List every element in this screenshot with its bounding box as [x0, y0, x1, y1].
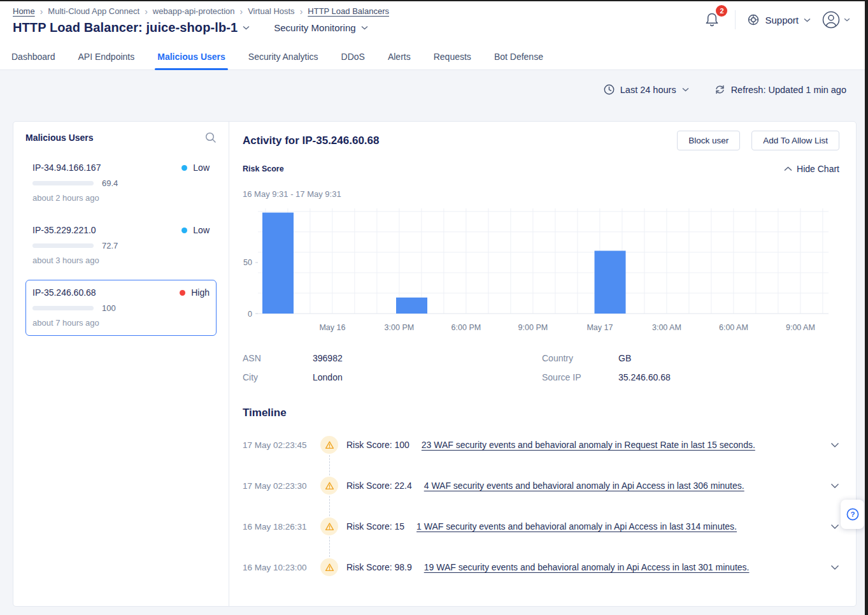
severity-label: High	[191, 287, 210, 298]
add-to-allow-list-button[interactable]: Add To Allow List	[751, 131, 839, 150]
window-top-edge	[0, 0, 868, 1]
timeline-event-link[interactable]: 4 WAF security events and behavioral ano…	[424, 481, 823, 491]
warning-icon	[325, 481, 334, 491]
clock-icon	[604, 84, 615, 95]
chevron-down-icon	[361, 25, 368, 30]
context-selector[interactable]: Security Monitoring	[274, 22, 367, 33]
refresh-button[interactable]: Refresh: Updated 1 min ago	[715, 84, 846, 95]
svg-text:6:00 AM: 6:00 AM	[719, 323, 748, 332]
toolbar: Last 24 hours Refresh: Updated 1 min ago	[0, 70, 868, 108]
notifications-button[interactable]: 2	[701, 9, 723, 31]
timeline-entry: 16 May 18:26:31Risk Score: 151 WAF secur…	[243, 506, 839, 547]
severity-dot	[181, 165, 187, 171]
chart-time-span: 16 May 9:31 - 17 May 9:31	[243, 189, 839, 199]
svg-text:9:00 AM: 9:00 AM	[786, 323, 815, 332]
malicious-user-item[interactable]: IP-35.229.221.0Low72.7about 3 hours ago	[25, 217, 217, 273]
support-menu[interactable]: Support	[747, 13, 811, 26]
time-range-selector[interactable]: Last 24 hours	[604, 84, 689, 95]
detail-value: GB	[618, 353, 839, 363]
timeline-entry: 16 May 10:23:00Risk Score: 98.919 WAF se…	[243, 547, 839, 588]
svg-text:May 16: May 16	[319, 323, 345, 332]
breadcrumb-item[interactable]: HTTP Load Balancers	[308, 6, 389, 16]
hide-chart-toggle[interactable]: Hide Chart	[784, 164, 839, 174]
app-header: Home›Multi-Cloud App Connect›webapp-api-…	[0, 0, 868, 43]
breadcrumb-separator: ›	[145, 7, 148, 16]
svg-text:9:00 PM: 9:00 PM	[518, 323, 548, 332]
warning-icon	[325, 440, 334, 450]
breadcrumb-item[interactable]: webapp-api-protection	[153, 6, 235, 16]
risk-score-bar	[32, 243, 94, 248]
tab-bar: DashboardAPI EndpointsMalicious UsersSec…	[0, 43, 868, 70]
risk-score-value: 69.4	[102, 178, 118, 188]
account-menu[interactable]	[822, 11, 850, 29]
tab-ddos[interactable]: DDoS	[330, 43, 376, 69]
activity-panel: Activity for IP-35.246.60.68 Block user …	[229, 122, 856, 606]
timeline-expand-button[interactable]	[830, 524, 839, 530]
breadcrumb-item[interactable]: Multi-Cloud App Connect	[48, 6, 139, 16]
user-last-seen: about 3 hours ago	[32, 256, 210, 265]
timeline-entry: 17 May 02:23:30Risk Score: 22.44 WAF sec…	[243, 465, 839, 506]
block-user-button[interactable]: Block user	[677, 131, 740, 150]
timeline-expand-button[interactable]	[830, 442, 839, 448]
risk-score-chart[interactable]: 050May 163:00 PM6:00 PM9:00 PMMay 173:00…	[243, 206, 839, 339]
detail-value: London	[313, 372, 542, 382]
title-chevron-down-icon[interactable]	[243, 25, 250, 30]
breadcrumb-item[interactable]: Virtual Hosts	[248, 6, 294, 16]
risk-score-bar	[32, 306, 94, 310]
timeline-expand-button[interactable]	[830, 483, 839, 489]
timeline-event-link[interactable]: 1 WAF security events and behavioral ano…	[416, 521, 823, 532]
timeline-timestamp: 16 May 10:23:00	[243, 563, 320, 572]
help-button[interactable]: ?	[841, 500, 864, 529]
user-ip: IP-34.94.166.167	[32, 163, 181, 173]
tab-api-endpoints[interactable]: API Endpoints	[67, 43, 146, 69]
risk-score-bar	[32, 181, 94, 185]
svg-text:6:00 PM: 6:00 PM	[452, 323, 481, 332]
tab-requests[interactable]: Requests	[422, 43, 483, 69]
svg-text:3:00 AM: 3:00 AM	[652, 323, 681, 332]
sidebar-title: Malicious Users	[25, 133, 94, 143]
detail-value: 35.246.60.68	[618, 372, 839, 382]
tab-security-analytics[interactable]: Security Analytics	[237, 43, 330, 69]
timeline: 17 May 02:23:45Risk Score: 10023 WAF sec…	[243, 424, 839, 588]
chevron-up-icon	[784, 166, 792, 171]
detail-label: Country	[542, 353, 618, 363]
detail-label: City	[243, 372, 313, 382]
detail-label: ASN	[243, 353, 313, 363]
timeline-risk-score: Risk Score: 22.4	[346, 481, 412, 491]
breadcrumb-separator: ›	[300, 7, 303, 16]
timeline-warning-badge	[320, 436, 338, 454]
malicious-user-item[interactable]: IP-34.94.166.167Low69.4about 2 hours ago	[25, 155, 217, 211]
user-avatar-icon	[822, 11, 840, 29]
timeline-event-link[interactable]: 19 WAF security events and behavioral an…	[424, 562, 823, 572]
risk-score-value: 100	[102, 303, 116, 313]
tab-alerts[interactable]: Alerts	[376, 43, 422, 69]
malicious-users-list: IP-34.94.166.167Low69.4about 2 hours ago…	[25, 155, 217, 336]
chevron-down-icon	[844, 18, 850, 22]
tab-bot-defense[interactable]: Bot Defense	[483, 43, 555, 69]
tab-dashboard[interactable]: Dashboard	[0, 43, 67, 69]
malicious-user-item[interactable]: IP-35.246.60.68High100about 7 hours ago	[25, 280, 217, 336]
activity-title: Activity for IP-35.246.60.68	[243, 134, 677, 147]
timeline-event-link[interactable]: 23 WAF security events and behavioral an…	[422, 440, 823, 450]
svg-text:?: ?	[850, 510, 855, 518]
breadcrumb-item[interactable]: Home	[13, 6, 35, 16]
search-icon[interactable]	[205, 132, 217, 143]
severity-label: Low	[193, 225, 210, 235]
chevron-down-icon	[830, 483, 839, 489]
timeline-risk-score: Risk Score: 98.9	[346, 562, 412, 572]
header-divider	[735, 10, 736, 29]
warning-icon	[325, 563, 334, 572]
refresh-label: Refresh: Updated 1 min ago	[731, 85, 846, 95]
tab-malicious-users[interactable]: Malicious Users	[146, 43, 237, 69]
user-ip: IP-35.229.221.0	[32, 225, 181, 235]
timeline-timestamp: 16 May 18:26:31	[243, 522, 320, 532]
chevron-down-icon	[682, 87, 689, 92]
risk-score-value: 72.7	[102, 241, 118, 250]
timeline-expand-button[interactable]	[830, 565, 839, 570]
chevron-down-icon	[804, 18, 811, 22]
ip-details: ASN396982CountryGBCityLondonSource IP35.…	[243, 353, 839, 382]
breadcrumb-separator: ›	[40, 7, 43, 16]
severity-dot	[180, 290, 185, 296]
malicious-users-sidebar: Malicious Users IP-34.94.166.167Low69.4a…	[13, 122, 229, 606]
svg-text:50: 50	[243, 258, 252, 267]
